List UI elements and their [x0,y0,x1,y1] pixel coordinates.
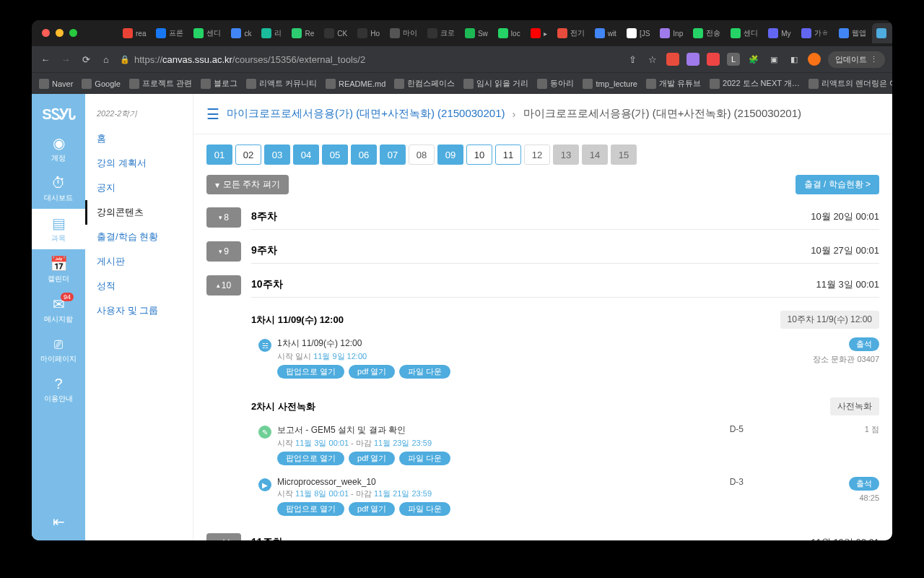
pdf-button[interactable]: pdf 열기 [349,365,395,379]
download-button[interactable]: 파일 다운 [399,452,450,465]
url-field[interactable]: 🔒 https://canvas.ssu.ac.kr/courses/15356… [120,54,619,65]
week-tab[interactable]: 09 [437,144,463,165]
popup-button[interactable]: 팝업으로 열기 [277,365,344,379]
pdf-button[interactable]: pdf 열기 [349,502,395,516]
browser-tab[interactable]: Ho [353,23,384,43]
puzzle-icon[interactable]: 🧩 [747,53,760,66]
bookmark-item[interactable]: 프로젝트 관련 [129,78,192,89]
browser-tab[interactable]: 센디 [726,23,762,43]
home-icon[interactable]: ⌂ [100,53,113,66]
update-button[interactable]: 업데이트 ⋮ [828,51,885,68]
browser-tab[interactable]: 전송 [689,23,725,43]
week-toggle[interactable]: ▴10 [206,275,241,296]
week-toggle[interactable]: ▴11 [206,533,241,541]
menu-item[interactable]: 공지 [85,176,193,200]
popup-button[interactable]: 팝업으로 열기 [277,502,344,516]
browser-tab[interactable]: rea [118,23,150,43]
nav-item-과목[interactable]: ▤과목 [32,209,85,249]
browser-tab[interactable]: 가ㅎ [797,23,833,43]
bookmark-item[interactable]: tmp_lecture [583,79,637,89]
star-icon[interactable]: ☆ [646,53,659,66]
week-tab[interactable]: 10 [466,144,492,165]
week-toggle[interactable]: ▾8 [206,207,241,228]
profile-icon[interactable] [808,53,821,66]
bookmark-item[interactable]: Google [82,79,120,89]
fold-all-button[interactable]: ▾모든 주차 펴기 [206,175,289,194]
nav-item-캘린더[interactable]: 📅캘린더 [32,249,85,290]
bookmark-item[interactable]: 개발 유튜브 [646,78,701,89]
browser-tab[interactable]: 리 [257,23,286,43]
bookmark-item[interactable]: 리액트 커뮤니티 [246,78,317,89]
attendance-button[interactable]: 출결 / 학습현황 > [796,175,879,194]
browser-tab[interactable]: Sw [461,23,492,43]
item-title[interactable]: 보고서 - GEM5 설치 및 결과 확인 [277,424,724,436]
traffic-lights[interactable] [42,29,77,37]
browser-tab[interactable]: 웹앱 [834,23,871,43]
nav-item-마이페이지[interactable]: ⎚마이페이지 [32,330,85,370]
download-button[interactable]: 파일 다운 [399,365,450,379]
popup-button[interactable]: 팝업으로 열기 [277,452,344,465]
browser-tab[interactable]: My [764,23,795,43]
ext-icon[interactable] [666,53,679,66]
browser-tab[interactable]: Inp [655,23,687,43]
reload-icon[interactable]: ⟳ [79,53,92,66]
nav-item-계정[interactable]: ◉계정 [32,129,85,169]
menu-item[interactable]: 강의 계획서 [85,151,193,176]
browser-tab[interactable]: 센디 [189,23,225,43]
week-tab[interactable]: 12 [524,144,550,165]
week-tab[interactable]: 15 [611,144,637,165]
ext-icon[interactable]: ◧ [788,53,801,66]
nav-item-메시지함[interactable]: ✉메시지함94 [32,290,85,330]
nav-item-대시보드[interactable]: ⏱대시보드 [32,169,85,209]
browser-tab[interactable]: 전기 [553,23,589,43]
bookmark-item[interactable]: 동아리 [537,78,574,89]
browser-tab[interactable]: 프론 [152,23,188,43]
hamburger-icon[interactable]: ☰ [206,105,219,123]
attendance-pill[interactable]: 출석 [849,477,879,491]
browser-tab[interactable]: ▸ [526,23,552,43]
browser-tab[interactable]: 마이 [385,23,422,43]
week-tab[interactable]: 03 [264,144,290,165]
ext-icon[interactable]: L [727,53,740,66]
logo[interactable]: SᏚᎩᏓ [40,100,77,129]
breadcrumb-link[interactable]: 마이크로프로세서응용(가) (대면+사전녹화) (2150030201) [227,107,505,121]
week-tab[interactable]: 07 [380,144,406,165]
menu-item[interactable]: 홈 [85,126,193,151]
attendance-pill[interactable]: 출석 [849,337,879,351]
browser-tab[interactable]: Re [287,23,318,43]
browser-tab[interactable]: wit [590,23,621,43]
browser-tab[interactable]: [JS [622,23,654,43]
pdf-button[interactable]: pdf 열기 [349,452,395,465]
browser-tab[interactable]: ck [227,23,256,43]
bookmark-item[interactable]: 한컴스페이스 [394,78,455,89]
bookmark-item[interactable]: Naver [39,79,73,89]
back-icon[interactable]: ← [39,53,52,66]
browser-tab[interactable]: 크로 [423,23,459,43]
week-tab[interactable]: 11 [495,144,521,165]
menu-item[interactable]: 출결/학습 현황 [85,225,193,249]
ext-icon[interactable] [707,53,720,66]
week-toggle[interactable]: ▾9 [206,241,241,262]
week-tab[interactable]: 06 [351,144,377,165]
menu-item[interactable]: 게시판 [85,249,193,274]
browser-tab[interactable]: loc [494,23,525,43]
download-button[interactable]: 파일 다운 [399,502,450,516]
browser-tab-active[interactable]: × [872,23,892,43]
bookmark-item[interactable]: 2022 토스 NEXT 개… [710,78,800,89]
week-tab[interactable]: 01 [206,144,232,165]
ext-icon[interactable]: ▣ [767,53,780,66]
nav-item-이용안내[interactable]: ?이용안내 [32,370,85,410]
bookmark-item[interactable]: 임시 읽을 거리 [463,78,528,89]
week-tab[interactable]: 14 [582,144,608,165]
browser-tab[interactable]: CK [320,23,352,43]
bookmark-item[interactable]: 리액트의 렌더링은 어… [808,78,892,89]
week-tab[interactable]: 04 [293,144,319,165]
share-icon[interactable]: ⇧ [626,53,639,66]
week-tab[interactable]: 08 [409,144,435,165]
collapse-icon[interactable]: ⇤ [53,503,65,540]
item-title[interactable]: Microprocessor_week_10 [277,477,724,487]
menu-item[interactable]: 강의콘텐츠 [85,200,193,225]
menu-item[interactable]: 사용자 및 그룹 [85,298,193,323]
item-title[interactable]: 1차시 11/09(수) 12:00 [277,337,787,350]
ext-icon[interactable] [687,53,699,66]
